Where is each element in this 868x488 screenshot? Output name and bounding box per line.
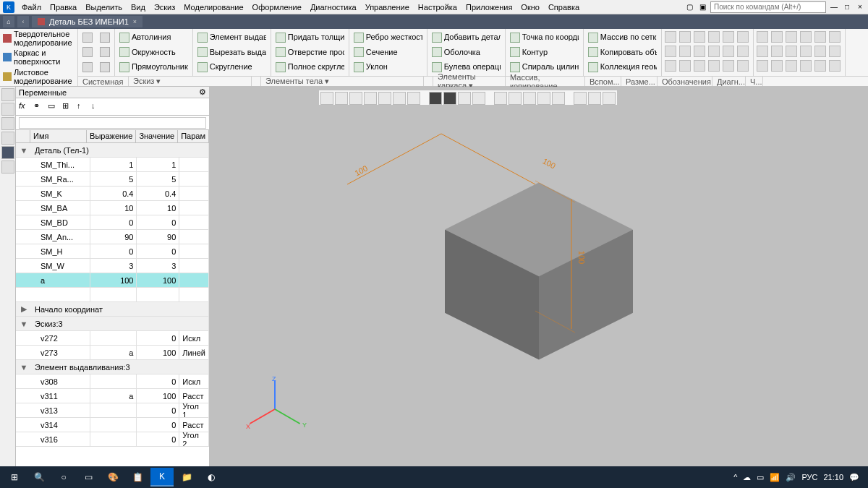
ribbon-small-tool[interactable] — [679, 46, 691, 57]
ribbon-small-tool[interactable] — [757, 60, 768, 72]
view-tool[interactable] — [552, 92, 565, 105]
taskbar-app[interactable]: 📋 — [126, 468, 149, 487]
view-tool[interactable] — [393, 92, 406, 105]
view-tool[interactable] — [349, 92, 362, 105]
view-tool[interactable] — [537, 92, 550, 105]
ribbon-tool[interactable]: Автолиния — [118, 30, 190, 45]
sidebar-tool[interactable] — [1, 117, 14, 130]
link-icon[interactable]: ⚭ — [33, 101, 45, 113]
table-row[interactable]: v2720Искл — [16, 331, 209, 346]
ribbon-tool[interactable]: Контур — [509, 45, 580, 59]
table-row[interactable]: SM_BD00 — [16, 215, 209, 230]
menu-item[interactable]: Эскиз — [150, 1, 179, 13]
table-row[interactable]: SM_K0.40.4 — [16, 187, 209, 201]
ribbon-small-tool[interactable] — [829, 60, 841, 72]
menu-item[interactable]: Вид — [127, 1, 150, 13]
view-tool[interactable] — [509, 92, 522, 105]
tree-icon[interactable]: ⊞ — [62, 101, 74, 113]
prev-tab-icon[interactable]: ‹ — [17, 16, 29, 27]
table-row[interactable]: v3080Искл — [16, 374, 209, 389]
tray-time[interactable]: 21:10 — [823, 473, 843, 481]
panel-gear-icon[interactable]: ⚙ — [199, 87, 206, 97]
home-tab[interactable]: ⌂ — [3, 16, 14, 27]
ribbon-small-tool[interactable] — [771, 46, 783, 57]
menu-item[interactable]: Правка — [46, 1, 81, 13]
view-tool[interactable] — [603, 92, 616, 105]
col-param[interactable]: Парам — [178, 130, 209, 142]
ribbon-icon-tool[interactable] — [98, 60, 111, 74]
taskbar-app[interactable]: ◐ — [200, 468, 223, 487]
table-group-row[interactable]: ▼Деталь (Тел-1) — [16, 143, 209, 158]
ribbon-icon-tool[interactable] — [81, 30, 94, 45]
ribbon-icon-tool[interactable] — [98, 30, 111, 45]
tray-wifi-icon[interactable]: 📶 — [770, 473, 780, 482]
menu-item[interactable]: Окно — [516, 1, 544, 13]
ribbon-small-tool[interactable] — [665, 60, 676, 72]
ribbon-group-label[interactable]: Обозначения — [658, 77, 712, 86]
menu-item[interactable]: Диагностика — [306, 1, 361, 13]
ribbon-small-tool[interactable] — [679, 31, 691, 43]
ribbon-small-tool[interactable] — [708, 46, 720, 57]
table-row[interactable]: SM_H00 — [16, 244, 209, 259]
search-button[interactable]: 🔍 — [27, 468, 51, 487]
ribbon-tool[interactable]: Оболочка — [430, 45, 502, 59]
ribbon-tool[interactable]: Вырезать выдавливанием — [196, 45, 268, 59]
ribbon-group-label[interactable]: Системная — [78, 77, 129, 86]
menu-item[interactable]: Приложения — [461, 1, 516, 13]
taskbar-app[interactable]: ▭ — [77, 468, 100, 487]
tray-up-icon[interactable]: ^ — [733, 473, 737, 481]
maximize-button[interactable]: □ — [842, 2, 852, 12]
layout-icon-1[interactable]: ▢ — [684, 2, 694, 12]
tab-close-icon[interactable]: × — [133, 18, 137, 25]
table-row[interactable]: SM_Ra...55 — [16, 172, 209, 187]
menu-item[interactable]: Справка — [544, 1, 584, 13]
document-tab[interactable]: Деталь БЕЗ ИМЕНИ1 × — [32, 16, 142, 27]
ribbon-category[interactable]: Каркас и поверхности — [0, 48, 77, 67]
fx-icon[interactable]: fx — [19, 101, 30, 113]
ribbon-group-label[interactable] — [252, 77, 261, 86]
ribbon-small-tool[interactable] — [786, 60, 797, 72]
ribbon-group-label[interactable]: Диагн... — [712, 77, 746, 86]
ribbon-tool[interactable]: Ребро жесткости — [352, 30, 424, 45]
sidebar-tool[interactable] — [1, 103, 14, 116]
ribbon-group-label[interactable]: Вспом... — [585, 77, 621, 86]
ribbon-category[interactable]: Листовое моделирование — [0, 67, 77, 86]
ribbon-icon-tool[interactable] — [81, 60, 94, 74]
menu-item[interactable]: Выделить — [81, 1, 127, 13]
tray-notifications-icon[interactable]: 💬 — [849, 473, 859, 482]
view-tool[interactable] — [443, 92, 456, 105]
view-tool[interactable] — [494, 92, 507, 105]
ribbon-group-label[interactable]: Элементы каркаса ▾ — [433, 77, 506, 86]
ribbon-tool[interactable]: Отверстие простое — [274, 45, 346, 59]
ribbon-tool[interactable]: Сечение — [352, 45, 424, 59]
ribbon-tool[interactable]: Добавить деталь-загот... — [430, 30, 502, 45]
col-expr[interactable]: Выражение — [87, 130, 136, 142]
tray-battery-icon[interactable]: ▭ — [757, 473, 764, 482]
3d-viewport[interactable]: 100 100 100 Z X Y — [210, 87, 868, 466]
table-row[interactable]: SM_An...9090 — [16, 230, 209, 244]
ribbon-small-tool[interactable] — [829, 31, 841, 43]
menu-item[interactable]: Файл — [17, 1, 46, 13]
ribbon-small-tool[interactable] — [723, 31, 734, 43]
close-button[interactable]: × — [855, 2, 865, 12]
ribbon-tool[interactable]: Прямоугольник — [118, 60, 190, 74]
view-tool[interactable] — [574, 92, 587, 105]
ribbon-small-tool[interactable] — [737, 60, 749, 72]
view-tool[interactable] — [320, 92, 333, 105]
col-value[interactable]: Значение — [136, 130, 178, 142]
ribbon-tool[interactable]: Коллекция геометрии — [587, 60, 658, 74]
ribbon-tool[interactable]: Копировать объекты — [587, 45, 658, 59]
ribbon-small-tool[interactable] — [737, 31, 749, 43]
table-row[interactable]: v3160Угол 2 — [16, 432, 209, 447]
ribbon-small-tool[interactable] — [814, 31, 826, 43]
ribbon-small-tool[interactable] — [771, 31, 783, 43]
table-group-row[interactable]: ▶Начало координат — [16, 302, 209, 317]
ribbon-small-tool[interactable] — [708, 60, 720, 72]
ribbon-small-tool[interactable] — [723, 60, 734, 72]
ribbon-small-tool[interactable] — [786, 46, 797, 57]
taskbar-app[interactable]: 📁 — [175, 468, 198, 487]
ribbon-small-tool[interactable] — [800, 60, 812, 72]
ribbon-group-label[interactable]: Эскиз ▾ — [129, 77, 252, 86]
sidebar-tool[interactable] — [1, 88, 14, 101]
tray-cloud-icon[interactable]: ☁ — [743, 473, 751, 482]
